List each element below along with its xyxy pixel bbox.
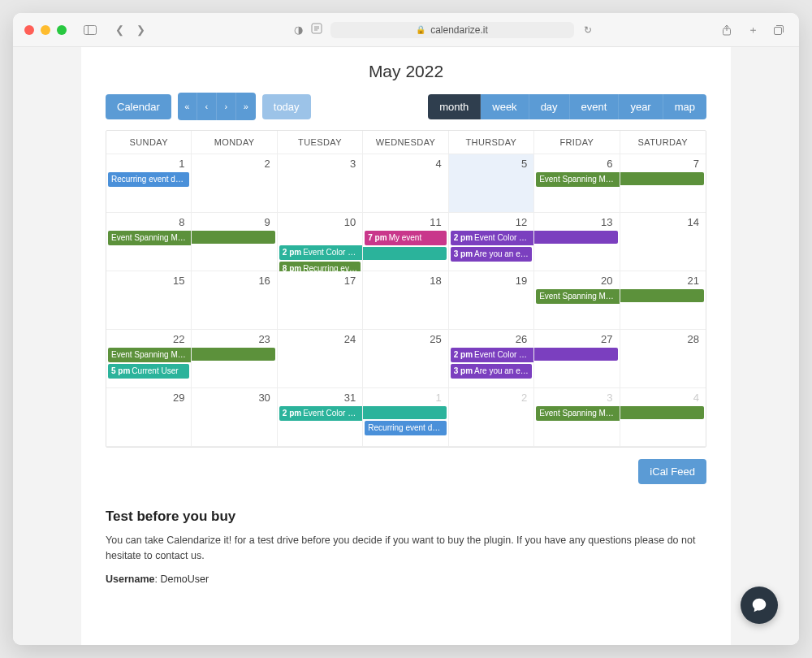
reload-icon[interactable]: ↻: [584, 24, 592, 36]
day-cell[interactable]: 102 pmEvent Color by Calendar (Green)8 p…: [278, 213, 363, 271]
event[interactable]: [534, 231, 617, 244]
event[interactable]: 2 pmEvent Color by Calendar (Purple): [451, 231, 533, 245]
day-cell[interactable]: 1Recurring event demo: [106, 154, 192, 213]
event[interactable]: [534, 348, 617, 361]
event[interactable]: [620, 406, 704, 419]
event[interactable]: [363, 406, 446, 419]
view-week[interactable]: week: [481, 94, 529, 119]
day-cell[interactable]: 29: [106, 388, 192, 447]
day-cell[interactable]: 3Event Spanning Multiple Days: [534, 388, 620, 447]
day-cell[interactable]: 117 pmMy event: [363, 213, 448, 271]
day-cell[interactable]: 7: [620, 154, 706, 213]
ical-feed-button[interactable]: iCal Feed: [638, 459, 706, 484]
today-button[interactable]: today: [262, 94, 311, 119]
last-icon[interactable]: »: [236, 93, 256, 120]
share-icon[interactable]: [718, 21, 736, 39]
day-cell[interactable]: 23: [192, 330, 277, 388]
event[interactable]: 5 pmCurrent User: [108, 364, 189, 379]
day-cell[interactable]: 30: [192, 388, 277, 447]
day-cell[interactable]: 122 pmEvent Color by Calendar (Purple)3 …: [449, 213, 534, 271]
day-cell[interactable]: 14: [620, 213, 706, 271]
tabs-overview-icon[interactable]: [770, 21, 788, 39]
event[interactable]: [192, 231, 274, 244]
day-cell[interactable]: 4: [620, 388, 706, 447]
maximize-window-dot[interactable]: [57, 25, 67, 35]
sidebar-toggle-icon[interactable]: [81, 21, 99, 39]
day-number: 9: [265, 216, 270, 228]
day-cell[interactable]: 25: [363, 330, 448, 388]
view-map[interactable]: map: [663, 94, 706, 119]
event[interactable]: Recurring event demo: [108, 172, 189, 187]
event[interactable]: 2 pmEvent Color by Calendar (Purple): [451, 348, 533, 362]
event[interactable]: 2 pmEvent Color by Calendar (Green): [279, 245, 362, 260]
event[interactable]: 7 pmMy event: [365, 231, 446, 245]
day-cell[interactable]: 21: [620, 271, 706, 330]
day-number: 24: [344, 333, 356, 345]
event[interactable]: Event Spanning Multiple Days: [108, 231, 191, 245]
day-number: 6: [607, 158, 612, 170]
next-icon[interactable]: ›: [217, 93, 236, 120]
event[interactable]: [620, 172, 704, 185]
day-header: SATURDAY: [620, 131, 706, 154]
event[interactable]: Event Spanning Multiple Days: [108, 348, 191, 362]
event[interactable]: Event Spanning Multiple Days: [536, 172, 619, 187]
event[interactable]: Event Spanning Multiple Days: [536, 289, 619, 304]
day-cell[interactable]: 18: [363, 271, 448, 330]
prev-icon[interactable]: ‹: [197, 93, 217, 120]
back-icon[interactable]: ❮: [110, 21, 128, 39]
event[interactable]: Event Spanning Multiple Days: [536, 406, 619, 421]
event[interactable]: [620, 289, 704, 302]
view-switch-group: month week day event year map: [428, 94, 706, 119]
day-cell[interactable]: 4: [363, 154, 448, 213]
day-cell[interactable]: 15: [106, 271, 192, 330]
day-cell[interactable]: 19: [449, 271, 534, 330]
view-year[interactable]: year: [619, 94, 663, 119]
day-cell[interactable]: 13: [534, 213, 620, 271]
reader-mode-icon[interactable]: [311, 23, 322, 37]
day-number: 13: [601, 216, 612, 228]
day-cell[interactable]: 16: [192, 271, 277, 330]
day-cell[interactable]: 1 Recurring event demo: [363, 388, 448, 447]
close-window-dot[interactable]: [24, 25, 34, 35]
day-cell[interactable]: 27: [534, 330, 620, 388]
day-cell[interactable]: 20Event Spanning Multiple Days: [534, 271, 620, 330]
chat-fab[interactable]: [741, 587, 778, 624]
day-cell[interactable]: 312 pmEvent Color by Calendar (Green): [278, 388, 363, 447]
day-cell[interactable]: 28: [620, 330, 706, 388]
day-header: TUESDAY: [278, 131, 363, 154]
event[interactable]: [363, 247, 446, 260]
window-traffic-lights[interactable]: [24, 25, 67, 35]
day-cell[interactable]: 8Event Spanning Multiple Days: [106, 213, 192, 271]
svg-rect-0: [84, 25, 97, 34]
day-cell[interactable]: 6Event Spanning Multiple Days: [534, 154, 620, 213]
day-number: 23: [258, 333, 270, 345]
event[interactable]: 2 pmEvent Color by Calendar (Green): [279, 406, 362, 421]
day-cell[interactable]: 2: [192, 154, 277, 213]
address-bar[interactable]: 🔒 calendarize.it ↻: [330, 22, 574, 38]
forward-icon[interactable]: ❯: [132, 21, 149, 39]
event[interactable]: 3 pmAre you an entrepreneur?: [451, 247, 532, 262]
day-cell[interactable]: 22Event Spanning Multiple Days5 pmCurren…: [106, 330, 192, 388]
day-cell[interactable]: 262 pmEvent Color by Calendar (Purple)3 …: [449, 330, 534, 388]
day-cell[interactable]: 9: [192, 213, 277, 271]
view-day[interactable]: day: [529, 94, 570, 119]
privacy-shield-icon[interactable]: ◑: [294, 24, 303, 36]
view-month[interactable]: month: [428, 94, 481, 119]
day-cell[interactable]: 5: [449, 154, 534, 213]
event[interactable]: Recurring event demo: [365, 421, 446, 435]
day-cell[interactable]: 17: [278, 271, 363, 330]
view-event[interactable]: event: [570, 94, 620, 119]
day-number: 4: [693, 392, 699, 404]
day-cell[interactable]: 2: [449, 388, 534, 447]
minimize-window-dot[interactable]: [41, 25, 50, 35]
event[interactable]: 3 pmAre you an entrepreneur?: [451, 364, 532, 379]
event[interactable]: [192, 348, 274, 361]
day-number: 3: [350, 158, 356, 170]
day-number: 31: [344, 392, 356, 404]
day-cell[interactable]: 3: [278, 154, 363, 213]
day-number: 19: [516, 275, 527, 287]
new-tab-icon[interactable]: ＋: [744, 21, 762, 39]
day-cell[interactable]: 24: [278, 330, 363, 388]
calendar-button[interactable]: Calendar: [106, 94, 171, 119]
first-icon[interactable]: «: [178, 93, 197, 120]
